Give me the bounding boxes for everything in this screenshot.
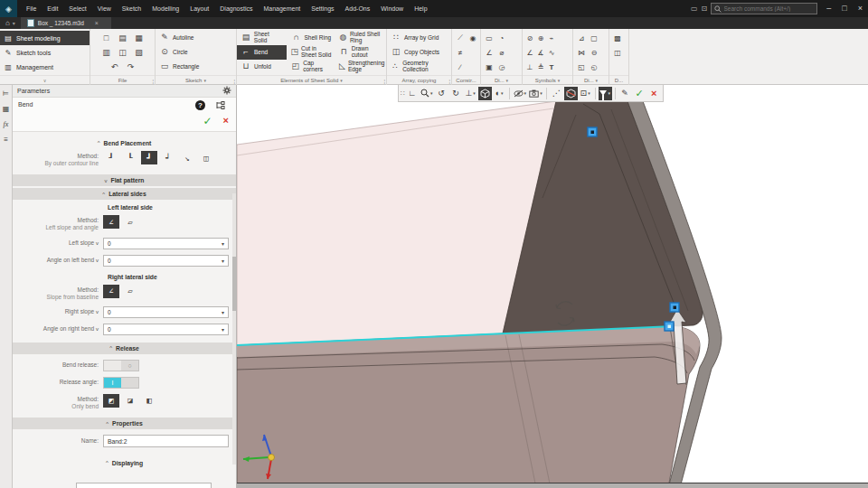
section-displaying[interactable]: ^Displaying xyxy=(13,457,236,468)
ribbon-tab-management[interactable]: ▥ Management xyxy=(0,60,90,74)
minimize-button[interactable]: – xyxy=(826,0,831,17)
sheet-solid-button[interactable]: ▤Sheet Solid xyxy=(237,31,287,45)
menu-diagnostics[interactable]: Diagnostics xyxy=(214,0,258,17)
menu-edit[interactable]: Edit xyxy=(42,0,63,17)
print-icon[interactable]: ▥ xyxy=(100,48,112,57)
save-as-icon[interactable]: ▧ xyxy=(133,48,145,57)
tool-icon[interactable]: ⊖ xyxy=(589,49,600,57)
feature-name-input[interactable] xyxy=(103,435,229,447)
undo-icon[interactable]: ↶ xyxy=(108,62,120,71)
coordinate-triad-button[interactable]: ⊥▾ xyxy=(464,87,477,100)
panel-switcher-footer[interactable]: ∨ xyxy=(0,75,90,85)
menu-select[interactable]: Select xyxy=(63,0,91,17)
capture-image-button[interactable]: ▾ xyxy=(528,87,543,100)
placement-method-icon-4[interactable]: ┙ xyxy=(160,151,176,164)
new-document-icon[interactable]: □ xyxy=(100,33,112,42)
filter-button[interactable]: ▾ xyxy=(599,87,612,100)
ribbon-tab-sketch-tools[interactable]: ✎ Sketch tools xyxy=(0,45,90,60)
menu-sketch[interactable]: Sketch xyxy=(117,0,146,17)
menu-window[interactable]: Window xyxy=(375,0,409,17)
viewport-3d[interactable]: ∷ ∟ ▾ ↺ ↻ ⊥▾ ◐▾ ▾ ▾ ⋰ xyxy=(237,85,868,488)
redo-icon[interactable]: ↷ xyxy=(125,62,137,71)
bend-button[interactable]: ⌐Bend xyxy=(237,45,287,60)
viewport-cancel-button[interactable]: × xyxy=(647,87,661,100)
close-window-button[interactable]: × xyxy=(858,0,863,17)
group-label-elements[interactable]: Elements of Sheet Solid▾¦ xyxy=(237,75,386,85)
render-mode-button[interactable]: ◐▾ xyxy=(493,87,506,100)
layers-button[interactable]: ⊡▾ xyxy=(579,87,592,100)
release-angle-toggle[interactable]: I xyxy=(103,377,139,389)
text-tool-icon[interactable]: T xyxy=(546,63,558,71)
search-input[interactable] xyxy=(724,5,815,12)
zoom-button[interactable]: ▾ xyxy=(420,87,434,100)
model-tree-icon[interactable]: ⊨ xyxy=(3,89,9,98)
drawn-cutout-button[interactable]: ⊓Drawn cutout xyxy=(335,45,386,60)
release-method-icon-1[interactable]: ◩ xyxy=(103,394,119,408)
home-button[interactable]: ⌂ ▾ xyxy=(0,17,21,29)
viewport-confirm-button[interactable]: ✓ xyxy=(633,87,646,100)
model-canvas[interactable] xyxy=(237,85,868,488)
group-label-array[interactable]: Array, copying¦ xyxy=(387,75,451,85)
tool-icon[interactable]: ▣ xyxy=(484,63,495,71)
document-tab[interactable]: Box _ 12345.m3d × xyxy=(21,17,111,29)
tool-icon[interactable]: ⌀ xyxy=(496,49,508,57)
section-release[interactable]: ^Release xyxy=(13,343,236,354)
tool-icon[interactable]: ≠ xyxy=(455,49,467,57)
menu-help[interactable]: Help xyxy=(409,0,432,17)
cancel-icon[interactable]: × xyxy=(223,115,229,127)
command-search[interactable] xyxy=(711,3,817,14)
screen-capture-icon[interactable]: ⊡ xyxy=(702,5,708,13)
gear-icon[interactable] xyxy=(222,86,231,96)
circle-button[interactable]: ⊙ Circle xyxy=(156,45,236,60)
menu-settings[interactable]: Settings xyxy=(306,0,339,17)
tool-icon[interactable]: ◫ xyxy=(612,49,624,57)
bend-release-toggle[interactable]: ○ xyxy=(103,360,139,371)
right-method-icon-1[interactable]: ∠ xyxy=(103,285,119,298)
tool-icon[interactable]: ⟋ xyxy=(455,33,467,42)
orient-model-button[interactable]: ↺ xyxy=(435,87,448,100)
menu-add-ons[interactable]: Add-Ons xyxy=(340,0,376,17)
tool-icon[interactable]: ⋈ xyxy=(576,49,588,57)
right-method-icon-2[interactable]: ▱ xyxy=(122,285,138,298)
home-dropdown-icon[interactable]: ▾ xyxy=(13,20,15,26)
ruled-shell-ring-button[interactable]: ◍Ruled Shell Ring xyxy=(335,31,386,45)
clipped-input[interactable] xyxy=(76,483,212,488)
section-bend-placement[interactable]: ^Bend Placement xyxy=(13,137,236,148)
variables-fx-icon[interactable]: fx xyxy=(4,120,9,128)
group-label-d[interactable]: D... xyxy=(609,75,628,85)
clip-volume-button[interactable] xyxy=(564,87,578,100)
placement-method-icon-2[interactable]: ┖ xyxy=(122,151,138,164)
menu-management[interactable]: Management xyxy=(258,0,306,17)
right-slope-input[interactable]: 0▾ xyxy=(103,306,229,318)
tool-icon[interactable]: ◵ xyxy=(589,63,600,71)
menu-file[interactable]: File xyxy=(21,0,42,17)
left-method-icon-2[interactable]: ▱ xyxy=(122,215,138,229)
confirm-icon[interactable]: ✓ xyxy=(203,115,212,127)
tool-icon[interactable]: ⌁ xyxy=(546,34,558,42)
tool-icon[interactable]: ▭ xyxy=(484,34,495,42)
group-label-sketch[interactable]: Sketch▾¦ xyxy=(156,75,236,85)
bend-line-handle[interactable] xyxy=(665,322,674,331)
copy-objects-button[interactable]: ◫Copy Objects xyxy=(387,45,451,60)
ribbon-tab-sheet-modeling[interactable]: ▤ Sheet modeling xyxy=(0,31,90,45)
menu-view[interactable]: View xyxy=(92,0,117,17)
section-lateral-sides[interactable]: ^Lateral sides xyxy=(13,188,236,200)
tool-icon[interactable]: ⊿ xyxy=(576,34,588,42)
group-label-file[interactable]: File¦ xyxy=(90,75,155,85)
cut-in-sheet-solid-button[interactable]: ◳Cut in Sheet Solid xyxy=(287,45,335,60)
placement-method-icon-5[interactable]: ↘ xyxy=(179,151,195,164)
group-label-construction[interactable]: Constr... xyxy=(452,75,480,85)
tool-icon[interactable]: ∿ xyxy=(546,49,558,57)
tool-icon[interactable]: ▢ xyxy=(589,34,600,42)
save-icon[interactable]: ▦ xyxy=(133,33,145,42)
shell-ring-button[interactable]: ∩Shell Ring xyxy=(287,31,335,45)
app-logo-icon[interactable]: ◈ xyxy=(0,0,17,17)
menu-modelling[interactable]: Modelling xyxy=(146,0,184,17)
tool-icon[interactable]: ∠ xyxy=(484,49,495,57)
parameters-grid-icon[interactable]: ▦ xyxy=(3,105,10,113)
group-label-symbols[interactable]: Symbols▾ xyxy=(523,75,572,85)
tool-icon[interactable]: ◶ xyxy=(496,63,508,71)
window-layout-icon[interactable]: ▭ xyxy=(691,5,698,13)
tool-icon[interactable]: ◔ xyxy=(496,34,508,42)
release-method-icon-3[interactable]: ◧ xyxy=(141,394,157,408)
